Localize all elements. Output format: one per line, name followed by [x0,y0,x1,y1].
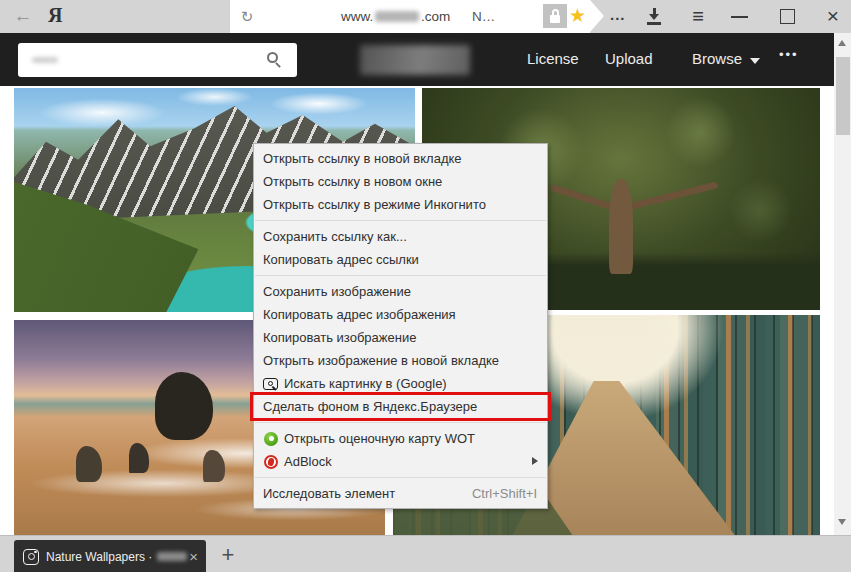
site-logo-redacted[interactable] [360,45,470,75]
tab-title: Nature Wallpapers · [46,550,152,564]
menu-separator [255,477,546,478]
image-search-icon [263,376,279,392]
scrollbar-down-arrow[interactable] [838,519,846,525]
menu-item-save-image[interactable]: Сохранить изображение [254,280,547,303]
site-header: License Upload Browse ••• [0,33,851,86]
maximize-button[interactable] [777,0,799,33]
menu-item-copy-image-address[interactable]: Копировать адрес изображения [254,303,547,326]
menu-separator [255,422,546,423]
menu-item-set-as-yandex-background[interactable]: Сделать фоном в Яндекс.Браузере [254,395,547,418]
toolbar-overflow-dots[interactable]: ... [610,6,626,23]
nav-link-browse[interactable]: Browse [692,50,742,67]
menu-item-open-link-incognito[interactable]: Открыть ссылку в режиме Инкогнито [254,193,547,216]
menu-item-save-link-as[interactable]: Сохранить ссылку как... [254,225,547,248]
menu-separator [255,275,546,276]
browser-window: ← Я ↻ www. .com N… ★ ... ≡ × [0,0,851,572]
search-placeholder-redacted [32,57,58,63]
url-suffix: .com [421,9,450,24]
url-prefix: www. [341,9,373,24]
submenu-arrow-icon [532,457,538,465]
scrollbar-thumb[interactable] [836,57,850,135]
menu-item-inspect-element[interactable]: Исследовать элемент Ctrl+Shift+I [254,482,547,505]
search-input[interactable] [18,43,297,77]
menu-item-open-link-new-window[interactable]: Открыть ссылку в новом окне [254,170,547,193]
menu-item-copy-link-address[interactable]: Копировать адрес ссылки [254,248,547,271]
close-window-button[interactable]: × [820,0,846,33]
browser-toolbar: ← Я ↻ www. .com N… ★ ... ≡ × [0,0,851,33]
new-tab-button[interactable]: + [215,542,241,568]
minimize-button[interactable] [729,0,751,33]
menu-item-open-wot-scorecard[interactable]: Открыть оценочную карту WOT [254,427,547,450]
tab-title-redacted [157,552,187,561]
page-scrollbar[interactable] [834,33,851,535]
shortcut-label: Ctrl+Shift+I [472,482,537,505]
context-menu: Открыть ссылку в новой вкладке Открыть с… [253,143,548,509]
menu-separator [255,220,546,221]
url-domain-redacted [375,11,419,22]
menu-item-open-image-new-tab[interactable]: Открыть изображение в новой вкладке [254,349,547,372]
bookmark-star-icon[interactable]: ★ [569,4,586,27]
active-tab[interactable]: Nature Wallpapers · × [14,540,206,572]
refresh-icon[interactable]: ↻ [236,6,258,28]
back-button[interactable]: ← [10,3,36,29]
menu-item-copy-image[interactable]: Копировать изображение [254,326,547,349]
tab-bar: Nature Wallpapers · × + [0,535,851,572]
nav-more-menu[interactable]: ••• [779,47,799,62]
search-icon[interactable] [265,51,283,69]
scrollbar-up-arrow[interactable] [838,40,846,46]
browser-menu-icon[interactable]: ≡ [686,2,710,30]
adblock-icon [263,454,279,470]
chevron-down-icon [750,58,760,64]
lock-body [550,15,560,23]
wot-icon [263,431,279,447]
tab-close-icon[interactable]: × [189,549,198,564]
menu-item-search-image-google[interactable]: Искать картинку в (Google) [254,372,547,395]
downloads-icon[interactable] [645,6,663,26]
nav-link-upload[interactable]: Upload [605,50,653,67]
menu-item-open-link-new-tab[interactable]: Открыть ссылку в новой вкладке [254,147,547,170]
menu-item-adblock[interactable]: AdBlock [254,450,547,473]
page-title-abbrev: N… [472,9,495,24]
address-bar-tail [590,0,604,32]
yandex-logo: Я [48,4,62,27]
security-lock-icon[interactable] [543,4,567,28]
nav-link-license[interactable]: License [527,50,579,67]
camera-favicon-icon [23,549,39,565]
